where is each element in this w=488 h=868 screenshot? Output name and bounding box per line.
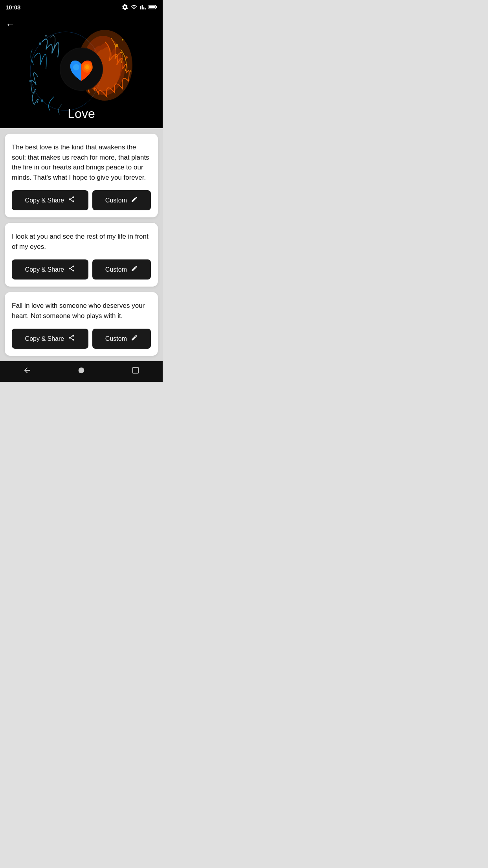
custom-button-1[interactable]: Custom	[92, 190, 151, 210]
svg-point-14	[125, 56, 128, 59]
wifi-icon	[130, 4, 138, 10]
copy-share-button-3[interactable]: Copy & Share	[12, 329, 88, 349]
custom-label-3: Custom	[105, 335, 127, 342]
nav-back-icon[interactable]	[23, 366, 31, 377]
svg-point-10	[34, 92, 35, 94]
svg-point-7	[45, 35, 47, 37]
battery-icon	[149, 4, 157, 10]
hero-section: ←	[0, 14, 163, 128]
edit-icon-3	[131, 334, 138, 343]
status-time: 10:03	[6, 4, 20, 11]
card-actions-2: Copy & Share Custom	[12, 259, 151, 280]
custom-button-3[interactable]: Custom	[92, 329, 151, 349]
svg-point-13	[115, 44, 118, 47]
share-icon-2	[68, 265, 75, 274]
quote-card-2: I look at you and see the rest of my lif…	[5, 223, 158, 287]
svg-point-22	[73, 64, 79, 70]
nav-recent-icon[interactable]	[131, 366, 140, 377]
svg-rect-2	[156, 6, 157, 8]
svg-point-9	[41, 99, 43, 102]
hero-visual-svg	[26, 26, 136, 116]
card-actions-1: Copy & Share Custom	[12, 190, 151, 210]
edit-icon-2	[131, 265, 138, 274]
svg-point-15	[122, 39, 123, 40]
status-bar: 10:03	[0, 0, 163, 14]
back-button[interactable]: ←	[6, 19, 15, 30]
copy-share-button-2[interactable]: Copy & Share	[12, 259, 88, 280]
svg-point-23	[79, 368, 84, 373]
custom-label-1: Custom	[105, 197, 127, 204]
svg-point-6	[31, 61, 33, 62]
svg-rect-1	[149, 6, 155, 8]
share-icon-1	[68, 196, 75, 205]
quote-text-1: The best love is the kind that awakens t…	[12, 142, 151, 182]
copy-share-label-2: Copy & Share	[25, 266, 64, 273]
nav-home-icon[interactable]	[77, 366, 86, 377]
svg-point-5	[39, 42, 41, 45]
svg-point-16	[130, 70, 132, 72]
quote-card-1: The best love is the kind that awakens t…	[5, 134, 158, 217]
custom-label-2: Custom	[105, 266, 127, 273]
svg-point-21	[85, 65, 89, 69]
copy-share-button-1[interactable]: Copy & Share	[12, 190, 88, 210]
edit-icon-1	[131, 196, 138, 205]
svg-rect-24	[133, 368, 139, 373]
signal-icon	[140, 4, 146, 10]
quote-card-3: Fall in love with someone who deserves y…	[5, 292, 158, 356]
hero-title: Love	[68, 107, 95, 121]
status-icons	[122, 4, 157, 10]
quote-text-3: Fall in love with someone who deserves y…	[12, 301, 151, 321]
content-area: The best love is the kind that awakens t…	[0, 128, 163, 361]
share-icon-3	[68, 334, 75, 343]
nav-bar	[0, 361, 163, 382]
svg-point-8	[29, 80, 31, 82]
copy-share-label-3: Copy & Share	[25, 335, 64, 342]
copy-share-label-1: Copy & Share	[25, 197, 64, 204]
custom-button-2[interactable]: Custom	[92, 259, 151, 280]
gear-icon	[122, 4, 128, 10]
quote-text-2: I look at you and see the rest of my lif…	[12, 232, 151, 252]
card-actions-3: Copy & Share Custom	[12, 329, 151, 349]
